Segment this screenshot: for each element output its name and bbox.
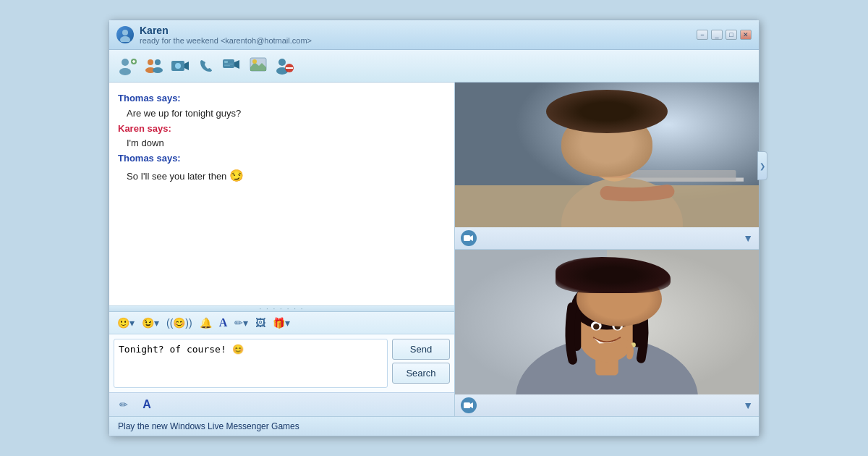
message-2: Karen says: I'm down [118, 122, 446, 152]
block-button[interactable] [273, 54, 296, 77]
svg-point-3 [119, 68, 131, 75]
svg-point-9 [155, 59, 161, 65]
input-footer: ✏ A [109, 392, 454, 416]
svg-point-36 [603, 151, 611, 155]
input-area: Tonight? of course! 😊 Send Search [109, 334, 454, 392]
msg-text-2: I'm down [118, 136, 446, 151]
svg-marker-12 [184, 62, 189, 70]
contact-avatar [116, 26, 134, 43]
video-frame-top [455, 83, 759, 227]
font-button[interactable]: A [217, 315, 230, 331]
svg-rect-34 [587, 128, 595, 159]
gift-button[interactable]: 🎁▾ [271, 316, 292, 330]
handwriting-button[interactable]: ((😊)) [164, 316, 195, 330]
svg-point-0 [122, 30, 128, 35]
msg-text-1: Are we up for tonight guys? [118, 106, 446, 122]
emoticon-button[interactable]: 🙂▾ [115, 316, 137, 330]
pen-button[interactable]: ✏ [115, 396, 132, 413]
svg-point-22 [278, 59, 286, 66]
chat-messages: Thomas says: Are we up for tonight guys?… [109, 83, 454, 306]
photo-button[interactable]: 🖼 [253, 316, 268, 330]
search-button[interactable]: Search [392, 363, 450, 384]
input-toolbar: 🙂▾ 😉▾ ((😊)) 🔔 A ✏▾ 🖼 🎁▾ [109, 312, 454, 334]
svg-marker-40 [470, 235, 473, 241]
title-bar-left: Karen ready for the weekend <karentoh@ho… [116, 25, 312, 45]
resize-handle[interactable]: · · · · · · · [109, 306, 454, 312]
main-content: Thomas says: Are we up for tonight guys?… [109, 83, 759, 416]
svg-rect-35 [632, 128, 640, 155]
msg-text-3: So I'll see you later then 😏 [118, 166, 446, 185]
chat-input[interactable]: Tonight? of course! 😊 [114, 339, 388, 388]
svg-point-13 [175, 63, 181, 69]
view-contact-button[interactable] [142, 54, 166, 77]
svg-marker-56 [470, 402, 473, 408]
call-button[interactable] [195, 54, 218, 77]
video-controls-top: ▼ [455, 227, 759, 249]
message-3: Thomas says: So I'll see you later then … [118, 151, 446, 185]
message-1: Thomas says: Are we up for tonight guys? [118, 91, 446, 122]
svg-rect-17 [224, 64, 233, 64]
sidebar-toggle[interactable]: ❯ [757, 151, 767, 180]
svg-point-53 [615, 324, 621, 329]
svg-rect-39 [464, 235, 470, 241]
sender-thomas-2: Thomas says: [118, 151, 446, 166]
svg-point-7 [148, 59, 153, 65]
webcam-button[interactable] [169, 54, 192, 77]
svg-point-33 [587, 114, 643, 153]
winks-button[interactable]: 😉▾ [140, 316, 161, 330]
status-text: Play the new Windows Live Messenger Game… [118, 421, 299, 431]
video-frame-bottom [455, 250, 759, 394]
svg-point-10 [153, 67, 163, 73]
video-bottom-image [455, 250, 759, 394]
status-bar: Play the new Windows Live Messenger Game… [109, 416, 759, 436]
svg-marker-15 [234, 60, 239, 69]
main-toolbar [109, 50, 759, 83]
contact-status: ready for the weekend <karentoh@hotmail.… [140, 36, 312, 45]
svg-rect-55 [464, 402, 470, 408]
video-section-bottom: ▼ [455, 250, 759, 416]
video-top-image [455, 83, 759, 227]
font-size-button[interactable]: A [138, 396, 156, 413]
svg-point-47 [572, 281, 642, 329]
svg-rect-16 [224, 61, 228, 63]
video-controls-bottom: ▼ [455, 394, 759, 416]
restore-button[interactable]: _ [711, 30, 723, 40]
svg-point-32 [588, 121, 642, 182]
svg-point-21 [252, 59, 257, 64]
video-section-top: ▼ ❯ [455, 83, 759, 250]
video-button[interactable] [221, 54, 244, 77]
svg-point-2 [122, 59, 129, 66]
video-panel: ▼ ❯ [455, 83, 759, 416]
video-chevron-top[interactable]: ▼ [743, 232, 753, 244]
maximize-button[interactable]: □ [726, 30, 737, 40]
window-controls: − _ □ ✕ [697, 30, 752, 40]
sender-thomas-1: Thomas says: [118, 91, 446, 106]
input-buttons: Send Search [392, 339, 450, 388]
svg-point-1 [120, 36, 130, 42]
minimize-button[interactable]: − [697, 30, 708, 40]
title-info: Karen ready for the weekend <karentoh@ho… [140, 25, 312, 45]
ink-button[interactable]: ✏▾ [232, 316, 250, 330]
title-bar: Karen ready for the weekend <karentoh@ho… [109, 20, 759, 50]
video-chevron-bottom[interactable]: ▼ [743, 400, 753, 411]
camera-icon-bottom[interactable] [461, 397, 477, 413]
nudge-button[interactable]: 🔔 [197, 316, 214, 330]
svg-rect-38 [597, 163, 631, 178]
camera-icon-top[interactable] [461, 230, 477, 246]
add-contact-button[interactable] [116, 54, 140, 77]
svg-point-37 [620, 151, 628, 155]
chat-panel: Thomas says: Are we up for tonight guys?… [109, 83, 455, 416]
close-button[interactable]: ✕ [740, 30, 752, 40]
svg-point-52 [593, 324, 599, 329]
emoji-wink: 😏 [229, 166, 244, 185]
share-button[interactable] [247, 54, 270, 77]
send-button[interactable]: Send [392, 339, 450, 360]
svg-rect-18 [224, 65, 230, 66]
sender-karen-1: Karen says: [118, 122, 446, 137]
messenger-window: Karen ready for the weekend <karentoh@ho… [109, 20, 760, 436]
contact-name: Karen [140, 25, 312, 36]
